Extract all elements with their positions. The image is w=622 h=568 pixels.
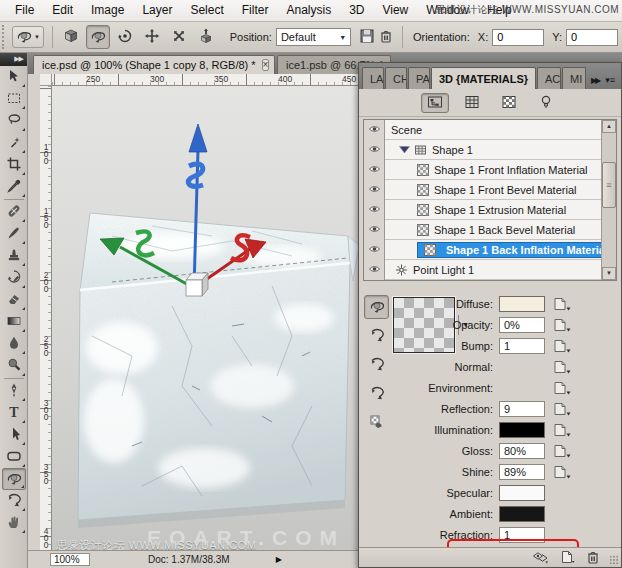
materials-filter-button[interactable] [495, 93, 523, 113]
visibility-toggle[interactable] [364, 180, 385, 200]
menu-edit[interactable]: Edit [43, 0, 82, 21]
visibility-toggle[interactable] [364, 200, 385, 220]
visibility-toggle[interactable] [364, 120, 385, 140]
orientation-x-input[interactable] [492, 29, 544, 46]
new-item-icon[interactable] [559, 549, 575, 567]
menu-layer[interactable]: Layer [133, 0, 181, 21]
tree-row-content[interactable]: Shape 1 Back Inflation Material [385, 240, 616, 260]
texture-menu-icon[interactable] [553, 360, 572, 374]
scale-3d-object-button[interactable] [194, 25, 218, 49]
property-value-field[interactable]: 89% [499, 464, 545, 480]
menu-select[interactable]: Select [181, 0, 232, 21]
panel-tab-ac[interactable]: AC [537, 67, 561, 89]
rotate-3d-object-button[interactable] [86, 25, 110, 49]
toolbar-collapse-button[interactable]: ▶▶ [0, 53, 27, 66]
tree-row-content[interactable]: Shape 1 [385, 140, 616, 160]
rotate-material-tool[interactable] [364, 295, 389, 319]
menu-image[interactable]: Image [82, 0, 133, 21]
pen-tool[interactable] [2, 380, 26, 402]
crop-tool[interactable] [2, 154, 26, 176]
texture-menu-icon[interactable] [553, 381, 572, 395]
gradient-tool[interactable] [2, 311, 26, 333]
property-value-field[interactable]: 80% [499, 443, 545, 459]
tree-row-content[interactable]: Shape 1 Front Inflation Material [385, 160, 616, 180]
tree-row[interactable]: Shape 1 Back Inflation Material [364, 240, 616, 260]
quick-select-tool[interactable] [2, 132, 26, 154]
visibility-toggle[interactable] [364, 260, 385, 280]
close-tab-icon[interactable]: × [262, 59, 270, 71]
texture-menu-icon[interactable] [553, 423, 572, 437]
history-brush-tool[interactable] [2, 267, 26, 289]
texture-menu-icon[interactable] [553, 465, 572, 479]
slide-3d-object-button[interactable] [167, 25, 191, 49]
panel-menu-icon[interactable]: ▾≡ [605, 75, 615, 85]
panel-tab-la[interactable]: LA [362, 67, 384, 89]
3d-orbit-tool[interactable] [2, 490, 26, 512]
type-tool[interactable]: T [2, 402, 26, 424]
roll-3d-object-button[interactable] [113, 25, 137, 49]
texture-menu-icon[interactable] [553, 402, 572, 416]
brush-tool[interactable] [2, 223, 26, 245]
texture-menu-icon[interactable] [553, 444, 572, 458]
lights-filter-button[interactable] [532, 93, 560, 113]
scroll-thumb[interactable] [602, 162, 616, 208]
tree-row[interactable]: Shape 1 Front Inflation Material [364, 160, 616, 180]
orientation-y-input[interactable] [566, 29, 618, 46]
save-view-button[interactable] [357, 25, 377, 49]
hand-tool[interactable] [2, 512, 26, 534]
dodge-tool[interactable] [2, 355, 26, 377]
shape-tool[interactable] [2, 446, 26, 468]
scroll-down-icon[interactable]: ▼ [602, 267, 616, 280]
zoom-level-field[interactable]: 100% [50, 553, 90, 566]
visibility-toggle[interactable] [364, 140, 385, 160]
tool-preset-button[interactable]: ▼ [12, 26, 44, 48]
toggle-materials-icon[interactable] [531, 549, 549, 567]
visibility-toggle[interactable] [364, 160, 385, 180]
panel-resize-grip[interactable] [609, 555, 619, 565]
property-value-field[interactable]: 9 [499, 401, 545, 417]
eyedropper-tool[interactable] [2, 176, 26, 198]
scroll-up-icon[interactable]: ▲ [602, 120, 616, 133]
tree-row[interactable]: Shape 1 Extrusion Material [364, 200, 616, 220]
marquee-tool[interactable] [2, 88, 26, 110]
menu-view[interactable]: View [373, 0, 417, 21]
visibility-toggle[interactable] [364, 220, 385, 240]
tree-row-content[interactable]: Shape 1 Front Bevel Material [385, 180, 616, 200]
property-value-field[interactable]: 1 [499, 527, 545, 543]
panel-tab-ch[interactable]: CH [385, 67, 407, 89]
property-value-field[interactable]: 1 [499, 338, 545, 354]
color-swatch[interactable] [499, 506, 545, 522]
visibility-toggle[interactable] [364, 240, 385, 260]
texture-menu-icon[interactable] [553, 339, 572, 353]
tab-ice-psd[interactable]: ice.psd @ 100% (Shape 1 copy 8, RGB/8) *… [33, 55, 275, 74]
tree-row[interactable]: Point Light 1 [364, 260, 616, 280]
panel-tab-mi[interactable]: MI [562, 67, 586, 89]
tree-row[interactable]: Scene [364, 120, 616, 140]
color-swatch[interactable] [499, 485, 545, 501]
drag-material-tool[interactable] [364, 353, 389, 377]
pan-3d-object-button[interactable] [140, 25, 164, 49]
tree-scrollbar[interactable]: ▲ ▼ [601, 120, 616, 280]
roll-material-tool[interactable] [364, 324, 389, 348]
tree-row-content[interactable]: Shape 1 Back Bevel Material [385, 220, 616, 240]
move-tool[interactable] [2, 66, 26, 88]
tree-row-content[interactable]: Shape 1 Extrusion Material [385, 200, 616, 220]
collapse-panel-icon[interactable]: ▶▶ [591, 76, 599, 85]
tree-row[interactable]: Shape 1 Back Bevel Material [364, 220, 616, 240]
expand-arrow-icon[interactable] [399, 144, 410, 156]
property-value-field[interactable]: 0% [499, 317, 545, 333]
lasso-tool[interactable] [2, 110, 26, 132]
healing-brush-tool[interactable] [2, 201, 26, 223]
return-home-button[interactable] [59, 25, 83, 49]
path-select-tool[interactable] [2, 424, 26, 446]
tree-row[interactable]: Shape 1 [364, 140, 616, 160]
menu-3d[interactable]: 3D [340, 0, 373, 21]
status-flyout-icon[interactable]: ▶ [276, 555, 282, 564]
eraser-tool[interactable] [2, 289, 26, 311]
delete-view-button[interactable] [377, 25, 397, 49]
position-select[interactable]: Default ▼ [276, 28, 351, 46]
tree-row-content[interactable]: Scene [385, 120, 616, 140]
drop-material-tool[interactable] [364, 411, 389, 435]
texture-menu-icon[interactable] [553, 297, 572, 311]
tree-row[interactable]: Shape 1 Front Bevel Material [364, 180, 616, 200]
